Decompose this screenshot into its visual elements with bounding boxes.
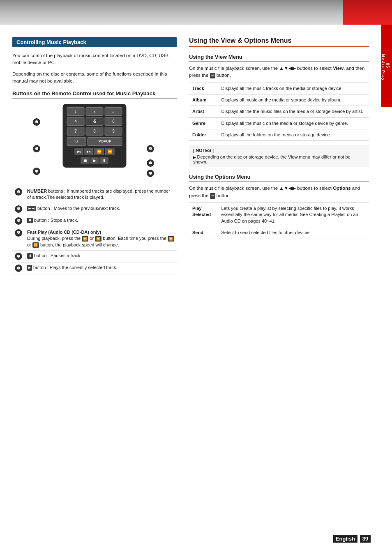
desc-text-2: ⏮⏭ button : Moves to the previous/next t… (25, 203, 177, 215)
options-label-send: Send (189, 227, 218, 239)
desc-num-4: ❹ (12, 227, 25, 250)
desc-text-3: ⏹ button : Stops a track. (25, 215, 177, 227)
remote-btn-1: 1 (67, 107, 85, 116)
options-desc-play-selected: Lets you create a playlist by selecting … (218, 203, 369, 227)
remote-btn-stop: ⏹ (81, 157, 90, 164)
table-row-send: Send Select to send selected files to ot… (189, 227, 369, 239)
remote-btn-play: ▶ (91, 157, 99, 164)
remote-btn-ff: ⏩ (105, 148, 115, 155)
side-tab-label: Media Play (381, 54, 385, 81)
view-label-track: Track (189, 83, 218, 94)
remote-btn-3: 3 (105, 107, 122, 116)
remote-btn-popup: POPUP (88, 137, 122, 146)
right-main-heading: Using the View & Options Menus (189, 37, 369, 47)
notes-item-1: Depending on the disc or storage device,… (193, 154, 365, 164)
table-row-genre: Genre Displays all the music on the medi… (189, 117, 369, 129)
view-label-folder: Folder (189, 129, 218, 141)
top-bar-accent (343, 0, 392, 25)
callout-6: ❻ (147, 170, 154, 177)
desc-num-5: ❺ (12, 250, 25, 262)
remote-btn-2: 2 (86, 107, 104, 116)
left-column: Controlling Music Playback You can contr… (12, 37, 177, 274)
side-tab-number: 05 (385, 63, 390, 68)
callout-1: ❶ (33, 118, 40, 126)
table-row: ❺ ⏸ button : Pauses a track. (12, 250, 177, 262)
side-tab: 05 Media Play (381, 25, 392, 107)
options-menu-heading: Using the Options Menu (189, 174, 369, 182)
page-footer: English 39 (333, 536, 371, 542)
remote-zero-row: 0 POPUP (67, 137, 122, 146)
view-label-genre: Genre (189, 117, 218, 129)
remote-body: 1 2 3 4 ·5 6 7 8 9 0 POPUP (63, 104, 127, 168)
table-row: ❸ ⏹ button : Stops a track. (12, 215, 177, 227)
options-label-play-selected: Play Selected (189, 203, 218, 227)
callout-3: ❸ (33, 168, 40, 175)
callout-2: ❷ (33, 145, 40, 152)
remote-btn-pause: ⏸ (100, 157, 108, 164)
left-intro2: Depending on the disc or contents, some … (12, 71, 177, 85)
table-row: ❷ ⏮⏭ button : Moves to the previous/next… (12, 203, 177, 215)
remote-btn-4: 4 (67, 117, 85, 126)
options-menu-table: Play Selected Lets you create a playlist… (189, 203, 369, 239)
remote-btn-8: 8 (86, 127, 104, 136)
view-menu-table: Track Displays all the music tracks on t… (189, 83, 369, 141)
remote-transport-row1: ⏮ ⏭ ⏪ ⏩ (67, 148, 122, 155)
table-row-artist: Artist Displays all the the music files … (189, 106, 369, 117)
remote-btn-0: 0 (67, 137, 86, 146)
remote-section-heading: Buttons on the Remote Control used for M… (12, 90, 177, 99)
desc-num-6: ❻ (12, 262, 25, 274)
left-section-header: Controlling Music Playback (12, 37, 177, 47)
remote-btn-rew: ⏪ (95, 148, 104, 155)
main-content: Controlling Music Playback You can contr… (0, 25, 381, 287)
options-desc-send: Select to send selected files to other d… (218, 227, 369, 239)
button-desc-table: ❶ NUMBER buttons : If numbered tracks ar… (12, 186, 177, 274)
view-desc-genre: Displays all the music on the media or s… (218, 117, 369, 129)
callout-4: ❹ (147, 145, 154, 152)
desc-text-4: Fast Play (Audio CD (CD-DA) only) During… (25, 227, 177, 250)
left-intro1: You can control the playback of music co… (12, 52, 177, 67)
footer-label: English (333, 535, 357, 543)
table-row: ❻ ▶ button : Plays the currently selecte… (12, 262, 177, 274)
remote-btn-next: ⏭ (85, 148, 93, 155)
notes-box: | NOTES | Depending on the disc or stora… (189, 145, 369, 167)
remote-numpad: 1 2 3 4 ·5 6 7 8 9 (67, 107, 122, 136)
view-desc-folder: Displays all the folders on the media or… (218, 129, 369, 141)
options-menu-intro: On the music file playback screen, use t… (189, 185, 369, 199)
remote-btn-6: 6 (105, 117, 122, 126)
view-desc-album: Displays all music on the media or stora… (218, 94, 369, 106)
remote-btn-9: 9 (105, 127, 122, 136)
desc-text-1: NUMBER buttons : If numbered tracks are … (25, 186, 177, 203)
remote-btn-7: 7 (67, 127, 85, 136)
view-label-album: Album (189, 94, 218, 106)
table-row-album: Album Displays all music on the media or… (189, 94, 369, 106)
desc-text-5: ⏸ button : Pauses a track. (25, 250, 177, 262)
view-menu-intro: On the music file playback screen, use t… (189, 65, 369, 79)
remote-btn-prev: ⏮ (75, 148, 83, 155)
table-row-play-selected: Play Selected Lets you create a playlist… (189, 203, 369, 227)
table-row: ❹ Fast Play (Audio CD (CD-DA) only) Duri… (12, 227, 177, 250)
right-column: Using the View & Options Menus Using the… (189, 37, 369, 274)
desc-num-1: ❶ (12, 186, 25, 203)
table-row-track: Track Displays all the music tracks on t… (189, 83, 369, 94)
notes-title: | NOTES | (193, 148, 365, 153)
footer-page-num: 39 (360, 535, 371, 543)
remote-playback-row: ⏹ ▶ ⏸ (67, 157, 122, 164)
view-label-artist: Artist (189, 106, 218, 117)
view-desc-track: Displays all the music tracks on the med… (218, 83, 369, 94)
view-menu-heading: Using the View Menu (189, 54, 369, 62)
callout-5: ❺ (147, 159, 154, 167)
desc-num-2: ❷ (12, 203, 25, 215)
remote-btn-5: ·5 (86, 117, 104, 126)
view-desc-artist: Displays all the the music files on the … (218, 106, 369, 117)
desc-text-6: ▶ button : Plays the currently selected … (25, 262, 177, 274)
desc-num-3: ❸ (12, 215, 25, 227)
remote-diagram: ❶ ❷ ❸ ❹ ❺ ❻ 1 (29, 102, 160, 182)
top-bar (0, 0, 392, 25)
table-row: ❶ NUMBER buttons : If numbered tracks ar… (12, 186, 177, 203)
table-row-folder: Folder Displays all the folders on the m… (189, 129, 369, 141)
